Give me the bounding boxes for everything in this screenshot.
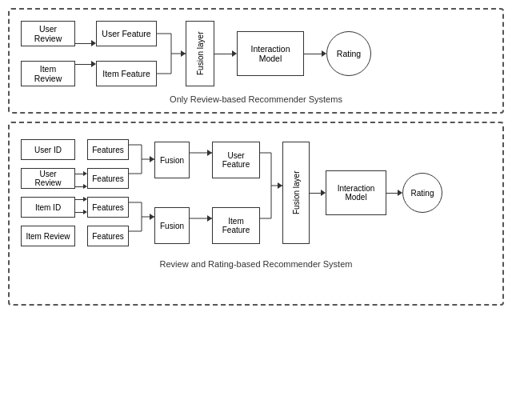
diagram2-label: Review and Rating-based Recommender Syst… [21, 259, 491, 269]
svg-marker-14 [150, 214, 154, 220]
interaction-model-box2: Interaction Model [326, 170, 386, 215]
user-feature-box2: User Feature [212, 142, 260, 178]
features-box-3: Features [87, 197, 129, 218]
diagram1: User Review Item Review User Feature Ite… [21, 18, 491, 90]
fusion-layer-box: Fusion layer [186, 21, 214, 86]
item-id-box: Item ID [21, 197, 75, 218]
svg-marker-18 [207, 215, 212, 222]
features-box-4: Features [87, 226, 129, 246]
svg-marker-16 [207, 150, 212, 156]
rating-circle: Rating [326, 31, 371, 76]
user-feature-box: User Feature [96, 21, 157, 46]
diagram1-container: User Review Item Review User Feature Ite… [8, 8, 504, 114]
fusion-layer-box2: Fusion layer [282, 142, 310, 244]
diagram2-container: User ID User Review Item ID Item Review [8, 122, 504, 306]
user-review-box: User Review [21, 21, 75, 46]
item-review-box2: Item Review [21, 226, 75, 246]
fusion-top-box: Fusion [154, 142, 190, 178]
diagram1-label: Only Review-based Recommender Systems [21, 94, 491, 104]
interaction-model-box: Interaction Model [237, 31, 304, 76]
features-box-2: Features [87, 168, 129, 189]
user-review-box2: User Review [21, 168, 75, 189]
rating-circle2: Rating [402, 173, 442, 213]
fusion-bottom-box: Fusion [154, 207, 190, 244]
item-feature-box2: Item Feature [212, 207, 260, 244]
user-id-box: User ID [21, 139, 75, 160]
item-review-box: Item Review [21, 61, 75, 86]
item-feature-box: Item Feature [96, 61, 157, 86]
svg-marker-9 [150, 156, 154, 162]
features-box-1: Features [87, 139, 129, 160]
